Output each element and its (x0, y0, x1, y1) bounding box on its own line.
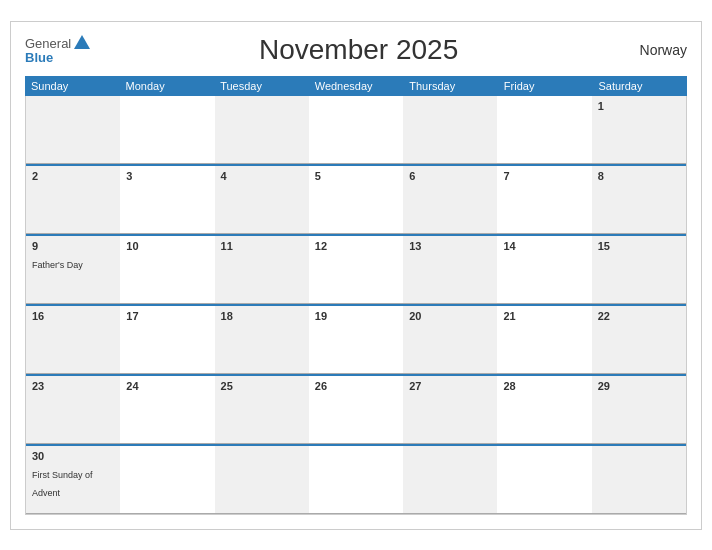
day-cell-2: 2 (26, 166, 120, 234)
week-row-2: 2 3 4 5 6 7 8 (26, 164, 686, 234)
day-number: 6 (409, 170, 491, 182)
day-number: 18 (221, 310, 303, 322)
day-number: 5 (315, 170, 397, 182)
week-row-3: 9 Father's Day 10 11 12 13 14 15 (26, 234, 686, 304)
day-number: 30 (32, 450, 114, 462)
day-cell (120, 96, 214, 164)
day-number: 2 (32, 170, 114, 182)
day-cell (403, 96, 497, 164)
day-number: 8 (598, 170, 680, 182)
day-number: 15 (598, 240, 680, 252)
logo-general-text: General (25, 37, 71, 50)
day-cell-4: 4 (215, 166, 309, 234)
day-cell-12: 12 (309, 236, 403, 304)
day-cell-empty-2 (215, 446, 309, 514)
day-number: 11 (221, 240, 303, 252)
day-cell-7: 7 (497, 166, 591, 234)
day-number: 3 (126, 170, 208, 182)
header-sunday: Sunday (25, 76, 120, 96)
day-cell-20: 20 (403, 306, 497, 374)
header-wednesday: Wednesday (309, 76, 404, 96)
day-number: 29 (598, 380, 680, 392)
day-number: 28 (503, 380, 585, 392)
day-cell-empty-6 (592, 446, 686, 514)
day-cell-1: 1 (592, 96, 686, 164)
country-label: Norway (627, 42, 687, 58)
day-event-advent: First Sunday of Advent (32, 470, 93, 498)
day-cell-15: 15 (592, 236, 686, 304)
day-number: 20 (409, 310, 491, 322)
day-cell-13: 13 (403, 236, 497, 304)
day-number: 10 (126, 240, 208, 252)
day-cell-empty-4 (403, 446, 497, 514)
header-thursday: Thursday (403, 76, 498, 96)
week-row-1: 1 (26, 96, 686, 164)
day-number: 1 (598, 100, 680, 112)
day-cell-5: 5 (309, 166, 403, 234)
day-cell (26, 96, 120, 164)
day-number: 19 (315, 310, 397, 322)
day-cell-17: 17 (120, 306, 214, 374)
day-cell-18: 18 (215, 306, 309, 374)
day-cell-6: 6 (403, 166, 497, 234)
week-row-4: 16 17 18 19 20 21 22 (26, 304, 686, 374)
day-cell-26: 26 (309, 376, 403, 444)
logo-blue-text: Blue (25, 51, 53, 64)
day-number: 17 (126, 310, 208, 322)
day-cell-22: 22 (592, 306, 686, 374)
day-event: Father's Day (32, 260, 83, 270)
day-cell (215, 96, 309, 164)
day-number: 9 (32, 240, 114, 252)
day-cell-11: 11 (215, 236, 309, 304)
header-saturday: Saturday (592, 76, 687, 96)
day-number: 27 (409, 380, 491, 392)
day-number: 24 (126, 380, 208, 392)
week-row-5: 23 24 25 26 27 28 29 (26, 374, 686, 444)
day-cell-8: 8 (592, 166, 686, 234)
day-cell-empty-5 (497, 446, 591, 514)
day-cell-25: 25 (215, 376, 309, 444)
calendar-title: November 2025 (90, 34, 627, 66)
day-cell-14: 14 (497, 236, 591, 304)
day-cell-24: 24 (120, 376, 214, 444)
day-cell (309, 96, 403, 164)
logo: General Blue (25, 35, 90, 64)
day-number: 26 (315, 380, 397, 392)
day-headers-row: Sunday Monday Tuesday Wednesday Thursday… (25, 76, 687, 96)
day-cell-21: 21 (497, 306, 591, 374)
day-number: 16 (32, 310, 114, 322)
day-number: 14 (503, 240, 585, 252)
day-number: 23 (32, 380, 114, 392)
day-cell-empty-3 (309, 446, 403, 514)
day-number: 4 (221, 170, 303, 182)
header-monday: Monday (120, 76, 215, 96)
week-row-6: 30 First Sunday of Advent (26, 444, 686, 514)
header-tuesday: Tuesday (214, 76, 309, 96)
day-cell-23: 23 (26, 376, 120, 444)
day-cell-19: 19 (309, 306, 403, 374)
calendar-grid: 1 2 3 4 5 6 7 8 (25, 96, 687, 515)
day-cell-3: 3 (120, 166, 214, 234)
day-cell-29: 29 (592, 376, 686, 444)
day-number: 7 (503, 170, 585, 182)
day-cell-30: 30 First Sunday of Advent (26, 446, 120, 514)
calendar-header: General Blue November 2025 Norway (25, 34, 687, 66)
day-number: 22 (598, 310, 680, 322)
day-number: 21 (503, 310, 585, 322)
day-cell (497, 96, 591, 164)
day-cell-28: 28 (497, 376, 591, 444)
day-number: 13 (409, 240, 491, 252)
day-number: 25 (221, 380, 303, 392)
day-number: 12 (315, 240, 397, 252)
day-cell-9: 9 Father's Day (26, 236, 120, 304)
day-cell-10: 10 (120, 236, 214, 304)
logo-triangle-icon (74, 35, 90, 49)
header-friday: Friday (498, 76, 593, 96)
calendar-container: General Blue November 2025 Norway Sunday… (10, 21, 702, 530)
day-cell-16: 16 (26, 306, 120, 374)
day-cell-27: 27 (403, 376, 497, 444)
day-cell-empty-1 (120, 446, 214, 514)
